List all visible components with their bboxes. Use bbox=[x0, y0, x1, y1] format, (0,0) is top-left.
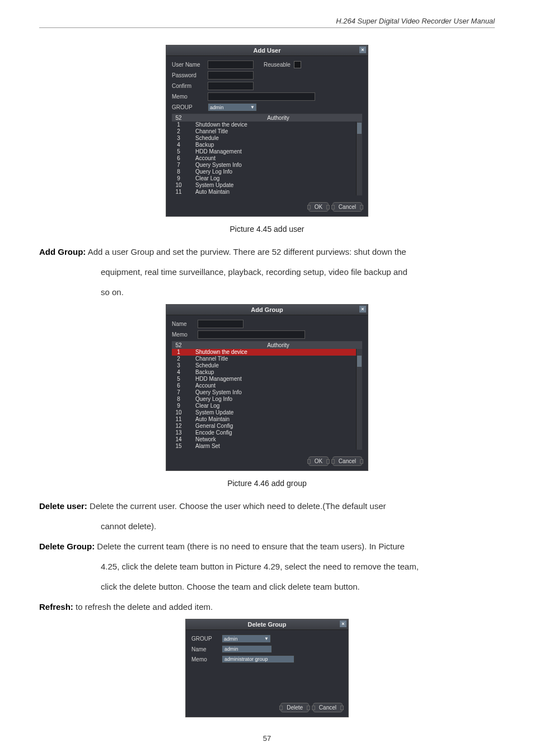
authority-list-header: 52 Authority bbox=[172, 342, 362, 349]
group-select-value: admin bbox=[210, 105, 224, 110]
figure-caption: Picture 4.45 add user bbox=[39, 225, 495, 234]
list-item[interactable]: 11Auto Maintain bbox=[172, 189, 362, 195]
reuseable-label: Reuseable bbox=[264, 62, 291, 68]
dialog-titlebar: Add Group × bbox=[166, 305, 368, 315]
list-item-label: Account bbox=[194, 382, 362, 389]
list-item[interactable]: 3Schedule bbox=[172, 362, 362, 369]
confirm-input[interactable] bbox=[208, 82, 254, 90]
list-item-index: 15 bbox=[172, 443, 185, 450]
list-item[interactable]: 7Query System Info bbox=[172, 389, 362, 396]
list-item-label: Channel Title bbox=[194, 128, 362, 135]
figure-caption: Picture 4.46 add group bbox=[39, 479, 495, 488]
list-item-index: 5 bbox=[172, 376, 185, 382]
list-item-index: 9 bbox=[172, 403, 185, 409]
list-item-label: Clear Log bbox=[194, 175, 362, 182]
ok-button[interactable]: OK bbox=[308, 202, 329, 212]
ok-button[interactable]: OK bbox=[308, 456, 329, 466]
scrollbar[interactable] bbox=[356, 122, 362, 195]
list-item[interactable]: 5HDD Management bbox=[172, 148, 362, 155]
list-item[interactable]: 10System Update bbox=[172, 182, 362, 189]
list-item[interactable]: 5HDD Management bbox=[172, 376, 362, 382]
name-value: admin bbox=[222, 645, 272, 653]
list-item[interactable]: 1Shutdown the device bbox=[172, 122, 362, 128]
list-item[interactable]: 15Alarm Set bbox=[172, 443, 362, 450]
list-item-index: 1 bbox=[172, 349, 185, 356]
list-item-index: 2 bbox=[172, 128, 185, 135]
list-item[interactable]: 14Network bbox=[172, 436, 362, 443]
group-select[interactable]: admin ▼ bbox=[208, 103, 257, 111]
authority-count: 52 bbox=[172, 115, 185, 121]
list-item[interactable]: 9Clear Log bbox=[172, 403, 362, 409]
list-item-index: 1 bbox=[172, 122, 185, 128]
list-item[interactable]: 3Schedule bbox=[172, 135, 362, 142]
list-item[interactable]: 1Shutdown the device bbox=[172, 349, 362, 356]
list-item[interactable]: 6Account bbox=[172, 155, 362, 162]
paragraph: Delete user: Delete the current user. Ch… bbox=[39, 498, 495, 515]
memo-input[interactable] bbox=[198, 330, 305, 339]
password-label: Password bbox=[172, 72, 204, 78]
delete-user-heading: Delete user: bbox=[39, 501, 87, 511]
cancel-button[interactable]: Cancel bbox=[332, 202, 362, 212]
list-item-label: Backup bbox=[194, 369, 362, 376]
password-input[interactable] bbox=[208, 71, 254, 80]
authority-column-header: Authority bbox=[194, 115, 362, 121]
memo-input[interactable] bbox=[208, 92, 315, 101]
memo-label: Memo bbox=[172, 332, 194, 338]
list-item[interactable]: 2Channel Title bbox=[172, 356, 362, 362]
list-item[interactable]: 6Account bbox=[172, 382, 362, 389]
list-item[interactable]: 2Channel Title bbox=[172, 128, 362, 135]
add-group-dialog: Add Group × Name Memo 52 Authority 1Sh bbox=[166, 304, 368, 471]
list-item-label: Schedule bbox=[194, 135, 362, 142]
cancel-button[interactable]: Cancel bbox=[313, 703, 343, 712]
list-item-index: 4 bbox=[172, 369, 185, 376]
name-label: Name bbox=[191, 646, 218, 652]
list-item-index: 6 bbox=[172, 155, 185, 162]
list-item[interactable]: 4Backup bbox=[172, 142, 362, 148]
close-icon[interactable]: × bbox=[340, 620, 346, 627]
list-item-index: 11 bbox=[172, 416, 185, 423]
ok-button-label: OK bbox=[315, 458, 322, 464]
list-item[interactable]: 8Query Log Info bbox=[172, 396, 362, 403]
paragraph: 4.25, click the delete team button in Pi… bbox=[39, 558, 495, 575]
list-item[interactable]: 8Query Log Info bbox=[172, 169, 362, 175]
paragraph: equipment, real time surveillance, playb… bbox=[39, 264, 495, 281]
name-input[interactable] bbox=[198, 320, 243, 328]
list-item-label: Shutdown the device bbox=[194, 349, 362, 356]
dialog-title: Add Group bbox=[251, 306, 283, 313]
reuseable-checkbox[interactable] bbox=[294, 61, 301, 68]
authority-list[interactable]: 1Shutdown the device2Channel Title3Sched… bbox=[172, 349, 362, 450]
cancel-button-label: Cancel bbox=[339, 458, 356, 464]
cancel-button[interactable]: Cancel bbox=[332, 456, 362, 466]
close-icon[interactable]: × bbox=[359, 46, 366, 53]
list-item[interactable]: 9Clear Log bbox=[172, 175, 362, 182]
list-item[interactable]: 7Query System Info bbox=[172, 162, 362, 169]
scrollbar-thumb[interactable] bbox=[357, 123, 362, 134]
memo-value: administrator group bbox=[222, 655, 294, 663]
user-name-input[interactable] bbox=[208, 60, 254, 69]
paragraph: Delete Group: Delete the current team (t… bbox=[39, 538, 495, 555]
cancel-button-label: Cancel bbox=[339, 204, 356, 210]
scrollbar-thumb[interactable] bbox=[357, 356, 362, 367]
list-item-index: 10 bbox=[172, 409, 185, 416]
list-item-label: Network bbox=[194, 436, 362, 443]
list-item[interactable]: 11Auto Maintain bbox=[172, 416, 362, 423]
close-icon[interactable]: × bbox=[359, 306, 366, 312]
ok-button-label: OK bbox=[315, 204, 322, 210]
group-select[interactable]: admin ▼ bbox=[222, 634, 271, 643]
authority-list[interactable]: 1Shutdown the device2Channel Title3Sched… bbox=[172, 122, 362, 195]
list-item-label: HDD Management bbox=[194, 148, 362, 155]
authority-column-header: Authority bbox=[194, 342, 362, 348]
authority-count: 52 bbox=[172, 342, 185, 348]
scrollbar[interactable] bbox=[356, 349, 362, 450]
list-item-label: Clear Log bbox=[194, 403, 362, 409]
paragraph: Add Group: Add a user Group and set the … bbox=[39, 244, 495, 260]
list-item[interactable]: 13Encode Config bbox=[172, 430, 362, 436]
list-item-index: 14 bbox=[172, 436, 185, 443]
list-item[interactable]: 10System Update bbox=[172, 409, 362, 416]
list-item-label: Query System Info bbox=[194, 389, 362, 396]
list-item[interactable]: 12General Config bbox=[172, 423, 362, 430]
delete-button[interactable]: Delete bbox=[280, 703, 309, 712]
list-item-label: General Config bbox=[194, 423, 362, 430]
list-item[interactable]: 4Backup bbox=[172, 369, 362, 376]
refresh-heading: Refresh: bbox=[39, 602, 73, 612]
